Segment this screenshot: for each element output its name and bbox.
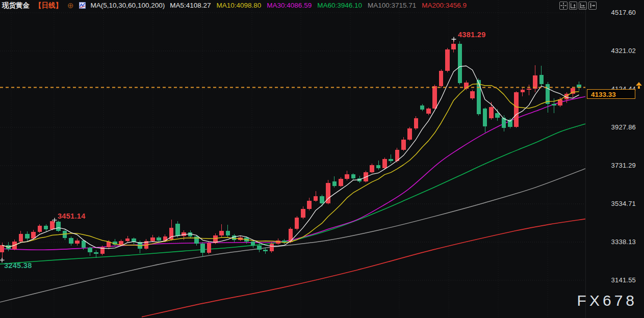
indicator-chart-icon[interactable] <box>79 2 86 9</box>
ma5-line <box>2 66 579 248</box>
pan-tool-icon[interactable] <box>559 2 568 10</box>
candlestick-chart[interactable] <box>0 0 644 318</box>
watermark: FX678 <box>577 292 637 309</box>
ma-value-label: MA100:3715.71 <box>368 2 416 9</box>
price-annotation: 3245.38 <box>4 261 32 270</box>
period-selector[interactable]: 【日线】 <box>35 1 62 10</box>
plus-circle-icon: ⊕ <box>67 1 74 10</box>
add-indicator-button[interactable]: ⊕ <box>67 2 74 9</box>
y-axis-label: 3338.13 <box>611 238 636 246</box>
y-axis-label: 4517.60 <box>611 9 636 16</box>
chart-header: 现货黄金 【日线】 ⊕ MA(5,10,30,60,100,200) MA5:4… <box>2 0 467 11</box>
expand-right-icon[interactable] <box>588 2 597 10</box>
extreme-marker-icon <box>452 37 456 42</box>
y-axis-label: 3534.71 <box>611 200 636 207</box>
y-axis-label: 3927.86 <box>611 123 636 131</box>
ma-value-label: MA10:4098.80 <box>217 2 262 9</box>
ma-value-label: MA200:3456.9 <box>422 2 467 9</box>
y-axis-label: 3731.29 <box>611 162 636 169</box>
price-annotation: 4381.29 <box>458 31 486 39</box>
chart-app: 现货黄金 【日线】 ⊕ MA(5,10,30,60,100,200) MA5:4… <box>0 0 644 318</box>
price-annotation: 3451.14 <box>58 212 86 220</box>
candles <box>0 39 581 260</box>
ma-value-label: MA30:4086.59 <box>267 2 312 9</box>
axis-scale-up-icon[interactable] <box>569 2 577 10</box>
ma-group-label: MA(5,10,30,60,100,200) <box>91 2 165 9</box>
symbol-name: 现货黄金 <box>2 1 30 10</box>
ma-value-label: MA5:4108.27 <box>170 2 211 9</box>
axis-scale-right-icon[interactable] <box>579 2 587 10</box>
current-price-value: 4133.33 <box>591 91 616 98</box>
y-axis-label: 3141.55 <box>611 276 636 284</box>
chart-toolbar <box>559 2 597 10</box>
current-price-tag: 4133.33 <box>587 89 635 99</box>
price-arrow-icon <box>636 82 642 91</box>
ma-value-label: MA60:3946.10 <box>317 2 362 9</box>
y-axis-label: 4321.02 <box>611 47 636 55</box>
ma-values: MA5:4108.27MA10:4098.80MA30:4086.59MA60:… <box>170 2 467 9</box>
